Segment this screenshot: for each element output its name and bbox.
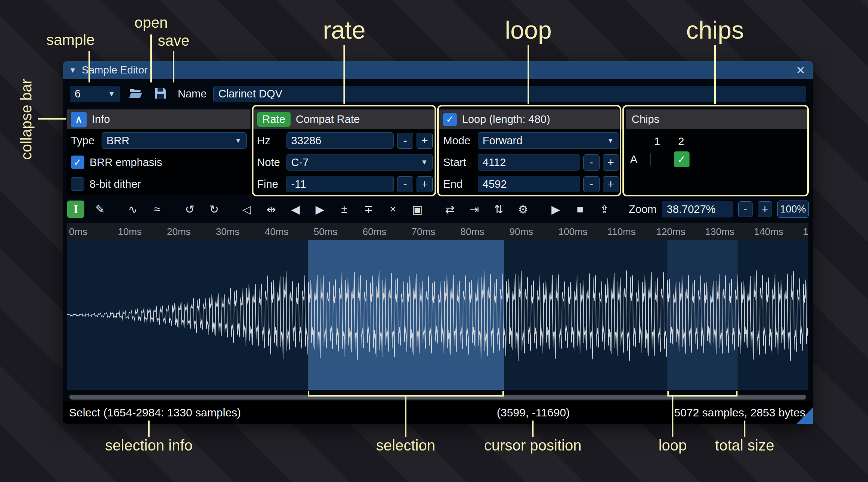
chips-panel-title: Chips xyxy=(630,113,660,126)
total-size-text: 5072 samples, 2853 bytes xyxy=(674,406,805,419)
type-label: Type xyxy=(71,135,102,147)
time-tick: 30ms xyxy=(214,226,263,238)
save-button[interactable] xyxy=(151,86,169,102)
next-sample-icon[interactable]: ▶ xyxy=(311,201,328,218)
loop-start-input[interactable]: 4112 xyxy=(478,154,580,171)
fine-plus-button[interactable]: + xyxy=(417,176,433,192)
delete-icon[interactable]: × xyxy=(384,201,402,218)
zoom-reset-button[interactable]: 100% xyxy=(777,201,809,218)
hz-minus-button[interactable]: - xyxy=(397,133,413,149)
loop-mode-select[interactable]: Forward ▼ xyxy=(478,132,619,149)
stop-icon[interactable]: ■ xyxy=(571,201,589,218)
chevron-down-icon: ▼ xyxy=(108,90,115,98)
chips-panel-header: Chips xyxy=(626,109,809,129)
brr-emphasis-checkbox[interactable]: ✓ xyxy=(71,156,84,169)
crop-icon[interactable]: ▣ xyxy=(409,201,426,218)
scrollbar-thumb[interactable] xyxy=(69,395,806,400)
time-tick: 80ms xyxy=(459,226,508,238)
insert-icon[interactable]: ± xyxy=(336,201,353,218)
dither-checkbox[interactable] xyxy=(71,177,84,191)
loop-start-minus-button[interactable]: - xyxy=(583,154,600,171)
chip-2-checkbox[interactable]: ✓ xyxy=(674,151,690,167)
chips-row-a: A xyxy=(630,153,650,166)
annotation-selection: selection xyxy=(376,437,435,454)
rate-panel: Rate Compat Rate Hz 33286 - + Note C-7 ▼ xyxy=(253,109,437,195)
zoom-value-input[interactable]: 38.7027% xyxy=(662,201,733,217)
sample-editor-window: ▼ Sample Editor ✕ 6 ▼ xyxy=(63,61,813,424)
sample-selector[interactable]: 6 ▼ xyxy=(70,86,120,102)
waveform-canvas[interactable] xyxy=(67,240,808,390)
fine-label: Fine xyxy=(257,178,286,190)
annotation-save: save xyxy=(158,32,190,49)
annotation-collapse-bar: collapse bar xyxy=(18,72,35,167)
volume-icon[interactable]: ◁ xyxy=(238,201,255,218)
time-tick: 60ms xyxy=(361,226,410,238)
append-icon[interactable]: ⇥ xyxy=(466,201,483,218)
loop-end-minus-button[interactable]: - xyxy=(583,176,600,192)
loop-mode-value: Forward xyxy=(483,135,522,147)
loop-end-plus-button[interactable]: + xyxy=(603,176,619,192)
chips-col-1: 1 xyxy=(650,135,674,148)
info-panel: ∧ Info Type BRR ▼ ✓ BRR emphasis 8-b xyxy=(67,109,250,195)
time-tick: 70ms xyxy=(410,226,459,238)
loop-enable-checkbox[interactable]: ✓ xyxy=(443,113,457,126)
sample-name-input[interactable]: Clarinet DQV xyxy=(213,86,806,102)
close-icon[interactable]: ✕ xyxy=(796,64,805,77)
filter-icon[interactable]: ⚙ xyxy=(514,201,532,218)
resample-icon[interactable]: ∿ xyxy=(124,201,141,218)
collapse-bar-button[interactable]: ∧ xyxy=(71,112,87,127)
titlebar[interactable]: ▼ Sample Editor ✕ xyxy=(63,61,813,79)
note-select-value: C-7 xyxy=(291,156,309,169)
folder-open-icon xyxy=(129,87,143,100)
annotation-selection-info: selection info xyxy=(105,437,192,454)
play-icon[interactable]: ▶ xyxy=(547,201,564,218)
chip-1-checkbox[interactable] xyxy=(650,153,651,166)
hz-input[interactable]: 33286 xyxy=(286,132,394,149)
time-tick: 100ms xyxy=(556,226,606,238)
chevron-down-icon: ▼ xyxy=(421,158,428,166)
annotation-chips: chips xyxy=(686,16,744,44)
time-tick: 150ms xyxy=(801,226,809,238)
rate-badge: Rate xyxy=(257,112,291,127)
silence-icon[interactable]: ∓ xyxy=(360,201,377,218)
chevron-down-icon: ▼ xyxy=(235,136,242,145)
open-button[interactable] xyxy=(127,86,145,102)
undo-icon[interactable]: ↺ xyxy=(181,201,198,218)
export-icon[interactable]: ⇪ xyxy=(596,201,613,218)
redo-icon[interactable]: ↻ xyxy=(205,201,223,218)
annotation-cursor-position: cursor position xyxy=(484,437,582,454)
waveform-view[interactable] xyxy=(67,240,808,390)
sample-selector-value: 6 xyxy=(75,88,81,100)
fine-input[interactable]: -11 xyxy=(286,176,394,192)
timeline-ruler[interactable]: 0ms 10ms 20ms 30ms 40ms 50ms 60ms 70ms 8… xyxy=(67,223,808,240)
info-panel-title: Info xyxy=(92,113,110,126)
floppy-disk-icon xyxy=(154,87,167,101)
invert-icon[interactable]: ⇅ xyxy=(490,201,507,218)
note-label: Note xyxy=(257,156,286,169)
annotation-open: open xyxy=(135,14,168,31)
dither-label: 8-bit dither xyxy=(90,178,141,190)
horizontal-scrollbar[interactable] xyxy=(67,393,808,401)
resize-icon[interactable]: ⇹ xyxy=(262,201,280,218)
prev-sample-icon[interactable]: ◀ xyxy=(287,201,304,218)
name-label: Name xyxy=(178,88,207,100)
reverse-icon[interactable]: ⇄ xyxy=(441,201,459,218)
type-select[interactable]: BRR ▼ xyxy=(102,132,247,149)
pencil-icon[interactable]: ✎ xyxy=(91,201,109,218)
loop-start-plus-button[interactable]: + xyxy=(603,154,619,171)
time-tick: 90ms xyxy=(508,226,557,238)
fine-minus-button[interactable]: - xyxy=(397,176,413,192)
zoom-out-button[interactable]: - xyxy=(738,201,753,217)
loop-panel-header: ✓ Loop (length: 480) xyxy=(439,109,623,129)
zoom-in-button[interactable]: + xyxy=(758,201,772,217)
brr-emphasis-label: BRR emphasis xyxy=(90,156,162,169)
loop-end-input[interactable]: 4592 xyxy=(478,176,580,192)
stretch-icon[interactable]: ≈ xyxy=(148,201,166,218)
time-tick: 50ms xyxy=(312,226,361,238)
window-collapse-icon[interactable]: ▼ xyxy=(69,66,76,75)
hz-plus-button[interactable]: + xyxy=(417,133,433,149)
cursor-position-text: (3599, -11690) xyxy=(497,406,570,419)
note-select[interactable]: C-7 ▼ xyxy=(286,154,433,171)
edit-cursor-icon[interactable]: I xyxy=(67,201,84,218)
resize-grip[interactable] xyxy=(796,407,813,424)
